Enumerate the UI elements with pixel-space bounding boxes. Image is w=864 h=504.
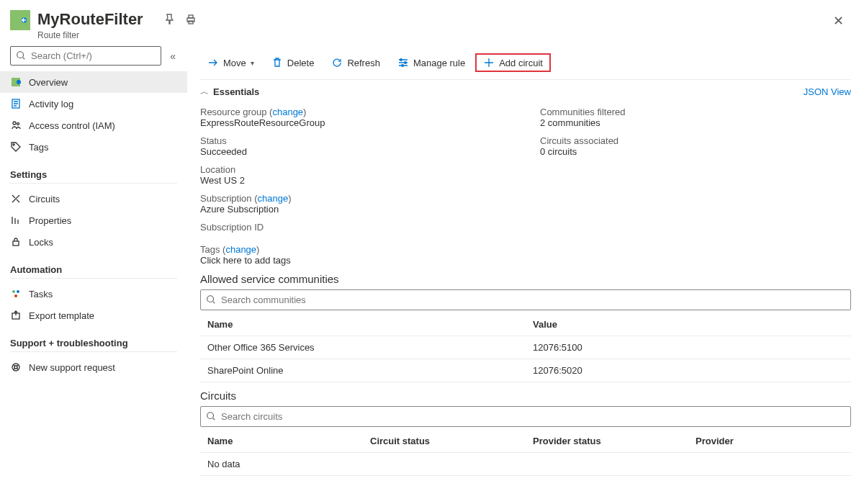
svg-rect-0 [14,15,23,24]
svg-point-17 [12,364,19,371]
sidebar-item-label: Overview [29,77,68,88]
svg-point-20 [405,62,407,64]
circuits-associated-value: 0 circuits [540,146,851,157]
sidebar-item-label: Tasks [29,289,53,300]
essentials-toggle[interactable]: ︿ [200,86,209,98]
resource-icon [10,10,30,30]
resource-group-change[interactable]: change [272,107,303,117]
iam-icon [10,120,22,131]
sidebar-item-label: New support request [29,362,115,373]
svg-point-19 [400,59,402,61]
svg-rect-3 [189,15,193,18]
sidebar-item-tags[interactable]: Tags [0,136,187,158]
circuits-col-provider-status[interactable]: Provider status [526,430,688,453]
communities-col-name[interactable]: Name [200,313,526,336]
subscription-value[interactable]: Azure Subscription [200,204,511,215]
search-icon [206,294,216,307]
sidebar-item-access-control-iam-[interactable]: Access control (IAM) [0,114,187,136]
status-value: Succeeded [200,146,511,157]
sidebar-item-properties[interactable]: Properties [0,210,187,231]
toolbar: Move ▾ Delete Refresh Manage rule Add ci… [200,46,851,80]
collapse-sidebar-icon[interactable]: « [167,48,179,65]
sidebar-item-export-template[interactable]: Export template [0,305,187,326]
tags-icon [10,141,22,153]
support-icon [10,361,22,373]
circuits-no-data: No data [200,453,851,476]
sidebar-item-new-support-request[interactable]: New support request [0,356,187,378]
communities-col-value[interactable]: Value [526,313,851,336]
subscription-label: Subscription [200,193,252,204]
arrow-right-icon [207,57,219,68]
community-value: 12076:5100 [526,336,851,359]
search-icon [206,411,216,423]
sidebar-item-label: Activity log [29,99,73,109]
tasks-icon [10,288,22,300]
sidebar-item-label: Properties [29,215,71,226]
chevron-down-icon: ▾ [251,59,254,67]
sidebar-item-activity-log[interactable]: Activity log [0,93,187,114]
plus-icon [483,57,495,68]
circuits-search[interactable] [200,406,851,427]
print-icon[interactable] [185,14,197,25]
add-circuit-button[interactable]: Add circuit [475,53,551,72]
table-row[interactable]: Other Office 365 Services12076:5100 [200,336,851,359]
subscription-id-label: Subscription ID [200,222,511,233]
location-label: Location [200,164,511,175]
locks-icon [10,236,22,248]
circuits-col-name[interactable]: Name [200,430,363,453]
svg-point-11 [13,144,14,145]
json-view-link[interactable]: JSON View [804,86,851,97]
communities-filtered-label: Communities filtered [540,107,851,117]
circuits-col-provider[interactable]: Provider [688,430,851,453]
tags-change[interactable]: change [225,244,256,255]
move-button[interactable]: Move ▾ [200,54,261,71]
overview-icon [10,76,22,88]
communities-section-title: Allowed service communities [200,273,851,285]
properties-icon [10,215,22,226]
sidebar-item-label: Export template [29,310,94,321]
sidebar-item-locks[interactable]: Locks [0,231,187,253]
svg-point-13 [12,290,15,293]
communities-filtered-value: 2 communities [540,117,851,128]
circuits-section-title: Circuits [200,390,851,402]
delete-button[interactable]: Delete [264,54,322,71]
resource-group-value[interactable]: ExpressRouteResourceGroup [200,117,511,128]
sidebar-item-label: Access control (IAM) [29,120,115,131]
circuits-col-status[interactable]: Circuit status [363,430,526,453]
sidebar: « OverviewActivity logAccess control (IA… [0,46,187,504]
sidebar-item-label: Tags [29,142,48,153]
subscription-change[interactable]: change [258,193,289,204]
pin-icon[interactable] [163,14,175,25]
svg-point-14 [17,290,19,293]
communities-table: Name Value Other Office 365 Services1207… [200,313,851,382]
nav-group-header: Settings [10,161,177,184]
tags-add-link[interactable]: Click here to add tags [200,255,291,266]
svg-point-9 [13,122,16,125]
manage-rule-button[interactable]: Manage rule [390,54,472,71]
svg-point-21 [402,65,404,67]
refresh-icon [331,57,343,68]
svg-point-7 [17,80,21,84]
sidebar-search[interactable] [10,46,161,66]
sliders-icon [397,57,409,68]
tags-label: Tags [200,244,220,255]
communities-search[interactable] [200,289,851,310]
sidebar-item-tasks[interactable]: Tasks [0,283,187,305]
table-row[interactable]: SharePoint Online12076:5020 [200,359,851,382]
refresh-button[interactable]: Refresh [324,54,387,71]
status-label: Status [200,135,511,146]
circuits-associated-label: Circuits associated [540,135,851,146]
location-value: West US 2 [200,175,511,186]
close-icon[interactable]: ✕ [827,10,850,32]
page-subtitle: Route filter [37,30,827,40]
svg-point-15 [14,294,17,297]
sidebar-item-circuits[interactable]: Circuits [0,188,187,210]
sidebar-item-overview[interactable]: Overview [0,71,187,93]
trash-icon [271,57,283,68]
svg-point-22 [207,296,214,302]
export-icon [10,310,22,321]
essentials-title: Essentials [213,86,804,97]
svg-point-23 [207,413,214,419]
community-name: Other Office 365 Services [200,336,526,359]
svg-point-10 [17,123,19,125]
